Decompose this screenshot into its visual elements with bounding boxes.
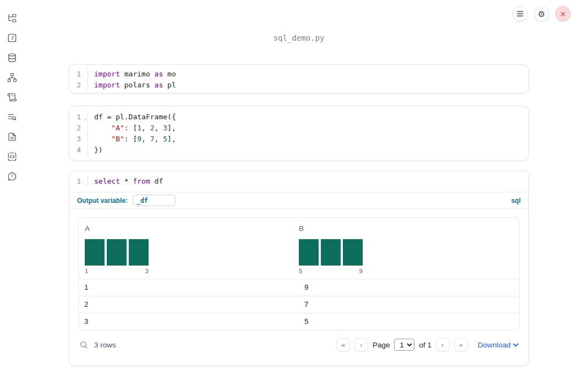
table-cell: 3 xyxy=(79,313,299,330)
line-number-gutter: 1 xyxy=(69,176,88,187)
documentation-icon[interactable] xyxy=(7,132,17,142)
hamburger-icon xyxy=(517,11,523,16)
histogram-bar xyxy=(321,239,341,266)
table-cell: 9 xyxy=(299,279,519,296)
header-actions: ⚙ × xyxy=(512,6,571,21)
line-number-gutter: 2 xyxy=(69,123,88,134)
language-badge: sql xyxy=(511,197,521,205)
next-page-button[interactable]: › xyxy=(436,338,450,351)
gear-icon: ⚙ xyxy=(538,10,545,18)
svg-text:?: ? xyxy=(11,174,13,179)
column-histogram xyxy=(85,239,299,266)
page-select[interactable]: 1 xyxy=(394,339,414,351)
histogram-bar xyxy=(129,239,149,266)
search-icon xyxy=(79,340,89,350)
dependencies-icon[interactable] xyxy=(7,73,17,82)
table-cell: 1 xyxy=(79,279,299,296)
histogram-axis-labels: 1 3 xyxy=(85,268,149,274)
page-total-label: of 1 xyxy=(419,341,431,349)
download-label: Download xyxy=(478,341,511,349)
table-cell: 7 xyxy=(299,296,519,313)
data-sources-icon[interactable] xyxy=(7,53,17,63)
close-icon: × xyxy=(560,9,566,19)
histogram-bar xyxy=(107,239,127,266)
last-page-button[interactable]: » xyxy=(454,338,468,351)
code-line: 2 "A": [1, 2, 3], xyxy=(69,123,528,134)
shutdown-button[interactable]: × xyxy=(555,6,571,21)
table-row: 35 xyxy=(79,313,519,330)
code-line: 1import marimo as mo xyxy=(69,69,528,80)
sql-meta-row: Output variable: sql xyxy=(69,192,528,209)
pagination: « ‹ Page 1 of 1 › » Download xyxy=(336,338,518,351)
table-footer: 3 rows « ‹ Page 1 of 1 › » Download xyxy=(78,335,520,354)
histogram-axis-labels: 5 9 xyxy=(299,268,363,274)
code-line: 2import polars as pl xyxy=(69,80,528,91)
prev-page-button[interactable]: ‹ xyxy=(354,338,368,351)
histogram-max-label: 9 xyxy=(359,268,363,274)
settings-button[interactable]: ⚙ xyxy=(534,6,549,21)
line-number-gutter: 3 xyxy=(69,134,88,145)
snippets-icon[interactable] xyxy=(7,152,17,162)
download-menu[interactable]: Download xyxy=(478,341,518,349)
help-icon[interactable]: ? xyxy=(7,172,17,181)
column-name: A xyxy=(85,224,299,233)
variables-icon[interactable]: f xyxy=(7,33,17,43)
histogram-max-label: 3 xyxy=(145,268,149,274)
table-row: 27 xyxy=(79,296,519,313)
histogram-min-label: 5 xyxy=(299,268,302,274)
helper-panel-sidebar: f ? xyxy=(0,0,24,392)
histogram-min-label: 1 xyxy=(85,268,88,274)
column-header-b[interactable]: B 5 9 xyxy=(299,224,513,274)
notebook-menu-button[interactable] xyxy=(512,6,528,21)
line-number-gutter: 2 xyxy=(69,80,88,91)
histogram-bar xyxy=(343,239,363,266)
code-line: 1⌄df = pl.DataFrame({ xyxy=(69,112,528,123)
file-explorer-icon[interactable] xyxy=(7,13,17,23)
search-button[interactable] xyxy=(79,340,89,350)
column-header-a[interactable]: A 1 3 xyxy=(85,224,299,274)
code-line: 3 "B": [9, 7, 5], xyxy=(69,134,528,145)
column-name: B xyxy=(299,224,513,233)
line-number-gutter: 1⌄ xyxy=(69,112,88,123)
first-page-button[interactable]: « xyxy=(336,338,350,351)
histogram-bar xyxy=(299,239,319,266)
code-line: 4}) xyxy=(69,145,528,156)
code-line: 1select * from df xyxy=(69,176,528,187)
column-histogram xyxy=(299,239,513,266)
histogram-bar xyxy=(85,239,105,266)
svg-text:f: f xyxy=(11,35,14,41)
scratchpad-icon[interactable] xyxy=(7,92,17,102)
dataframe-table: A 1 3 B 5 9 192735 xyxy=(78,217,520,330)
row-count: 3 rows xyxy=(94,341,116,349)
code-cell-imports[interactable]: 1import marimo as mo2import polars as pl xyxy=(69,64,529,93)
chevron-down-icon xyxy=(513,343,518,347)
table-cell: 2 xyxy=(79,296,299,313)
line-number-gutter: 4 xyxy=(69,145,88,156)
code-editor[interactable]: 1⌄df = pl.DataFrame({2 "A": [1, 2, 3],3 … xyxy=(69,106,528,161)
cell-output: A 1 3 B 5 9 192735 xyxy=(69,209,528,354)
page-label: Page xyxy=(373,341,390,349)
sql-editor[interactable]: 1select * from df xyxy=(69,171,528,192)
code-editor[interactable]: 1import marimo as mo2import polars as pl xyxy=(69,65,528,95)
output-variable-input[interactable] xyxy=(133,195,176,206)
output-variable-label: Output variable: xyxy=(77,197,128,205)
table-body: 192735 xyxy=(79,279,519,330)
table-row: 19 xyxy=(79,279,519,296)
sql-cell: 1select * from df Output variable: sql A… xyxy=(69,170,529,366)
notebook-filename: sql_demo.py xyxy=(69,34,529,42)
line-number-gutter: 1 xyxy=(69,69,88,80)
table-header: A 1 3 B 5 9 xyxy=(79,218,519,279)
code-cell-dataframe[interactable]: 1⌄df = pl.DataFrame({2 "A": [1, 2, 3],3 … xyxy=(69,106,529,161)
table-cell: 5 xyxy=(299,313,519,330)
logs-icon[interactable] xyxy=(7,112,17,122)
